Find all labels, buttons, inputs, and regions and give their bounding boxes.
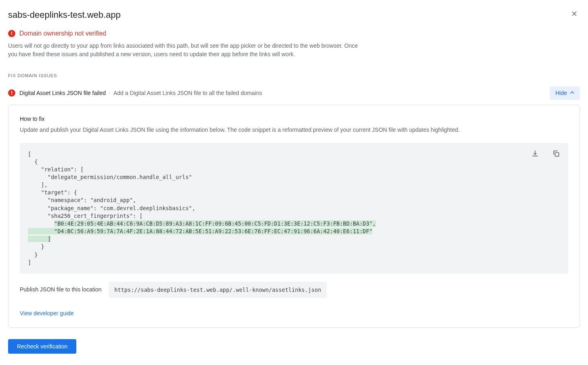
download-icon (531, 153, 539, 159)
code-block: [ { "relation": [ "delegate_permission/c… (20, 143, 568, 274)
separator: · (109, 90, 111, 96)
howto-title: How to fix (20, 115, 568, 123)
developer-guide-link[interactable]: View developer guide (20, 310, 74, 316)
status-title: Domain ownership not verified (19, 29, 106, 38)
code-snippet: [ { "relation": [ "delegate_permission/c… (28, 150, 560, 266)
section-label: FIX DOMAIN ISSUES (8, 72, 580, 79)
hide-label: Hide (555, 90, 567, 96)
highlighted-fingerprint-1: "B0:4E:29:05:4E:AB:44:C6:9A:CB:D5:89:A3:… (54, 220, 376, 227)
fix-card: How to fix Update and publish your Digit… (8, 105, 580, 328)
close-button[interactable] (569, 8, 580, 21)
close-icon (570, 13, 578, 19)
domain-title: sabs-deeplinks-test.web.app (8, 8, 121, 21)
publish-url: https://sabs-deeplinks-test.web.app/.wel… (109, 282, 327, 298)
error-icon (8, 89, 15, 97)
svg-rect-0 (555, 152, 559, 156)
download-button[interactable] (530, 149, 540, 160)
error-icon (8, 30, 15, 37)
highlighted-fingerprint-2: "D4:BC:56:A9:59:7A:7A:4F:2E:1A:88:44:72:… (54, 228, 372, 234)
publish-label: Publish JSON file to this location (20, 285, 101, 294)
copy-button[interactable] (551, 149, 561, 160)
hide-button[interactable]: Hide (550, 87, 580, 100)
howto-description: Update and publish your Digital Asset Li… (20, 126, 568, 134)
copy-icon (552, 153, 560, 159)
recheck-verification-button[interactable]: Recheck verification (8, 339, 76, 354)
issue-subtitle: Add a Digital Asset Links JSON file to a… (113, 90, 262, 96)
status-description: Users will not go directly to your app f… (8, 42, 359, 59)
chevron-up-icon (569, 89, 576, 97)
issue-title: Digital Asset Links JSON file failed (19, 90, 106, 96)
